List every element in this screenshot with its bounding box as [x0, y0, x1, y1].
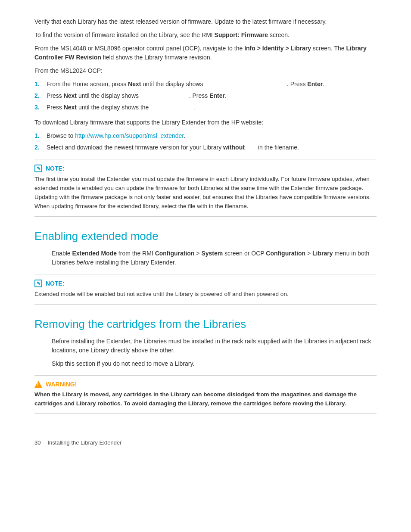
- step-1-3: 3. Press Next until the display shows th…: [34, 103, 377, 112]
- section1-para: Enable Extended Mode from the RMI Config…: [34, 249, 377, 267]
- page-footer: 30 Installing the Library Extender: [34, 439, 377, 446]
- info-identity-bold: Info > Identity > Library: [244, 45, 311, 52]
- steps-list-1: 1. From the Home screen, press Next unti…: [34, 80, 377, 112]
- step-1-2: 2. Press Next until the display shows . …: [34, 91, 377, 100]
- footer-page-num: 30: [34, 439, 40, 446]
- warning-box-1: WARNING! When the Library is moved, any …: [34, 375, 377, 414]
- paragraph-3: From the MSL4048 or MSL8096 operator con…: [34, 44, 377, 62]
- note-icon-1: ✎: [34, 165, 42, 172]
- section-heading-1: Enabling extended mode: [34, 230, 377, 243]
- warning-text-1: When the Library is moved, any cartridge…: [34, 390, 377, 408]
- note-box-1: ✎ NOTE: The first time you install the E…: [34, 159, 377, 217]
- warning-icon-1: [34, 381, 42, 388]
- step-2-1: 1. Browse to http://www.hp.com/support/m…: [34, 131, 377, 140]
- note-label-2: ✎ NOTE:: [34, 280, 377, 287]
- paragraph-4: From the MSL2024 OCP:: [34, 66, 377, 75]
- paragraph-1: Verify that each Library has the latest …: [34, 17, 377, 26]
- steps-list-2: 1. Browse to http://www.hp.com/support/m…: [34, 131, 377, 152]
- support-firmware-bold: Support: Firmware: [215, 31, 268, 38]
- note-text-2: Extended mode will be enabled but not ac…: [34, 290, 377, 299]
- section-heading-2: Removing the cartridges from the Librari…: [34, 317, 377, 331]
- page-container: Verify that each Library has the latest …: [0, 0, 411, 472]
- note-icon-2: ✎: [34, 280, 42, 287]
- step-1-1: 1. From the Home screen, press Next unti…: [34, 80, 377, 89]
- section2-para1: Before installing the Extender, the Libr…: [34, 337, 377, 355]
- warning-label-1: WARNING!: [34, 381, 377, 388]
- section2-para2: Skip this section if you do not need to …: [34, 359, 377, 368]
- note-text-1: The first time you install the Extender …: [34, 175, 377, 211]
- footer-text: Installing the Library Extender: [47, 439, 121, 446]
- download-intro: To download Library firmware that suppor…: [34, 118, 377, 127]
- note-box-2: ✎ NOTE: Extended mode will be enabled bu…: [34, 274, 377, 305]
- hp-support-link[interactable]: http://www.hp.com/support/msl_extender: [75, 132, 184, 139]
- note-label-1: ✎ NOTE:: [34, 165, 377, 172]
- paragraph-2: To find the version of firmware installe…: [34, 31, 377, 40]
- step-2-2: 2. Select and download the newest firmwa…: [34, 143, 377, 152]
